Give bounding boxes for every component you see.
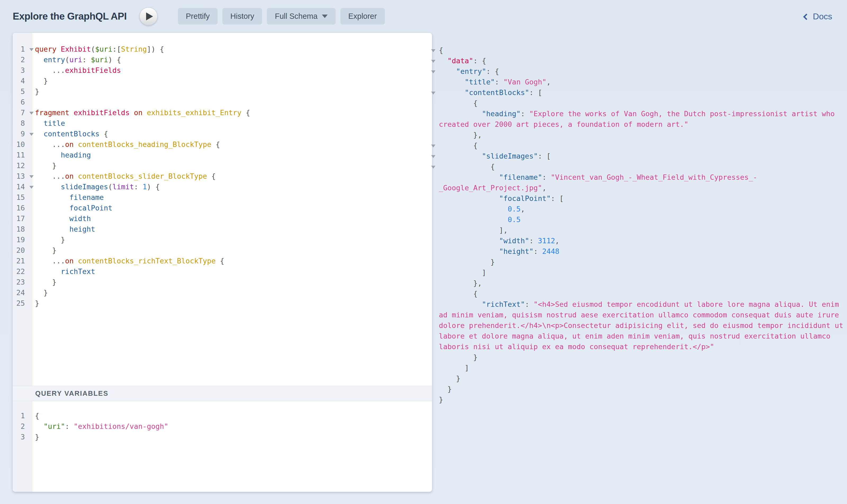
fold-column <box>430 161 439 172</box>
fold-column <box>28 192 35 203</box>
code-text: 0.5 <box>439 214 521 225</box>
fold-column <box>430 45 439 56</box>
code-line: 6 <box>13 97 432 107</box>
response-line: "heading": "Explore the works of Van Gog… <box>430 109 847 119</box>
query-editor[interactable]: 1query Exhibit($uri:[String]) {2 entry(u… <box>13 33 432 386</box>
code-line: 21 ...on contentBlocks_richText_BlockTyp… <box>13 256 432 266</box>
fold-toggle-icon[interactable] <box>30 186 34 189</box>
fold-toggle-icon[interactable] <box>431 70 435 73</box>
fold-toggle-icon[interactable] <box>431 92 435 94</box>
fold-column <box>28 224 35 235</box>
fold-column <box>430 320 439 331</box>
code-line: 11 heading <box>13 150 432 160</box>
line-number: 2 <box>13 55 28 65</box>
fold-column <box>28 256 35 266</box>
line-number: 13 <box>13 171 28 182</box>
query-variables-header[interactable]: QUERY VARIABLES <box>13 386 432 401</box>
fold-toggle-icon[interactable] <box>30 133 34 136</box>
line-number: 15 <box>13 192 28 203</box>
response-line: ] <box>430 363 847 373</box>
fold-column <box>28 287 35 298</box>
fold-column <box>430 56 439 66</box>
line-number: 19 <box>13 235 28 245</box>
code-line: 13 ...on contentBlocks_slider_BlockType … <box>13 171 432 182</box>
fold-column <box>28 160 35 171</box>
line-number: 4 <box>13 76 28 86</box>
query-variables-editor[interactable]: 1{2 "uri": "exhibitions/van-gogh"3} <box>13 401 432 492</box>
response-line: "entry": { <box>430 66 847 77</box>
response-line: "width": 3112, <box>430 236 847 246</box>
code-text: heading <box>35 150 91 160</box>
code-text: ] <box>439 267 486 278</box>
code-line: 1{ <box>13 411 432 421</box>
code-text: "height": 2448 <box>439 246 559 257</box>
response-line: { <box>430 45 847 56</box>
response-line: "contentBlocks": [ <box>430 87 847 98</box>
line-number: 1 <box>13 44 28 55</box>
line-number: 25 <box>13 298 28 309</box>
history-button[interactable]: History <box>222 8 262 24</box>
fold-column <box>430 257 439 267</box>
fold-toggle-icon[interactable] <box>30 48 34 51</box>
response-viewer[interactable]: { "data": { "entry": { "title": "Van Gog… <box>430 33 847 504</box>
execute-query-button[interactable] <box>140 7 158 25</box>
code-line: 7fragment exhibitFields on exhibits_exhi… <box>13 107 432 118</box>
docs-link-label: Docs <box>813 12 832 21</box>
response-line: } <box>430 394 847 405</box>
code-text: ...on contentBlocks_heading_BlockType { <box>35 139 220 150</box>
code-text: ], <box>439 225 508 236</box>
code-text: ] <box>439 363 469 373</box>
code-text: } <box>439 373 460 384</box>
code-text: "contentBlocks": [ <box>439 87 542 98</box>
fold-toggle-icon[interactable] <box>431 166 435 168</box>
line-number: 8 <box>13 118 28 129</box>
fold-toggle-icon[interactable] <box>431 60 435 63</box>
line-number: 22 <box>13 266 28 277</box>
fold-column <box>28 97 35 107</box>
code-text: } <box>35 277 56 287</box>
explorer-button[interactable]: Explorer <box>340 8 385 24</box>
line-number: 14 <box>13 182 28 192</box>
docs-link[interactable]: Docs <box>804 0 832 33</box>
code-text: }, <box>439 278 482 289</box>
response-line: _Google_Art_Project.jpg", <box>430 183 847 193</box>
response-line: created over 2000 art pieces, a foundati… <box>430 119 847 130</box>
code-text: richText <box>35 266 95 277</box>
code-text: "width": 3112, <box>439 236 559 246</box>
response-line: "data": { <box>430 56 847 66</box>
code-text: } <box>439 352 477 363</box>
code-text: ...on contentBlocks_richText_BlockType { <box>35 256 224 266</box>
prettify-button[interactable]: Prettify <box>178 8 218 24</box>
code-line: 18 height <box>13 224 432 235</box>
response-line: 0.5, <box>430 204 847 214</box>
line-number: 10 <box>13 139 28 150</box>
response-line: }, <box>430 278 847 289</box>
line-number: 1 <box>13 411 28 421</box>
code-text: created over 2000 art pieces, a foundati… <box>439 119 688 130</box>
code-line: 22 richText <box>13 266 432 277</box>
code-text: }, <box>439 130 482 140</box>
toolbar: Explore the GraphQL API Prettify History… <box>0 0 847 33</box>
fold-toggle-icon[interactable] <box>30 175 34 178</box>
code-text: query Exhibit($uri:[String]) { <box>35 44 164 55</box>
code-line: 23 } <box>13 277 432 287</box>
code-text: "richText": "<h4>Sed eiusmod tempor enco… <box>439 299 839 310</box>
line-number: 6 <box>13 97 28 107</box>
response-line: "focalPoint": [ <box>430 193 847 204</box>
code-text: { <box>439 45 443 56</box>
response-line: "filename": "Vincent_van_Gogh_-_Wheat_Fi… <box>430 172 847 183</box>
code-text: laboris nisi ut aliquip ex ea modo conse… <box>439 341 714 352</box>
code-text: { <box>439 140 477 151</box>
fold-column <box>430 236 439 246</box>
code-text: } <box>439 257 495 267</box>
fold-toggle-icon[interactable] <box>431 145 435 147</box>
code-line: 9 contentBlocks { <box>13 129 432 139</box>
fold-toggle-icon[interactable] <box>431 155 435 158</box>
code-text: { <box>439 98 477 109</box>
schema-select-button[interactable]: Full Schema <box>267 8 335 24</box>
code-text: height <box>35 224 95 235</box>
fold-toggle-icon[interactable] <box>431 49 435 52</box>
response-line: ], <box>430 225 847 236</box>
code-text: { <box>35 411 39 421</box>
fold-toggle-icon[interactable] <box>30 112 34 114</box>
